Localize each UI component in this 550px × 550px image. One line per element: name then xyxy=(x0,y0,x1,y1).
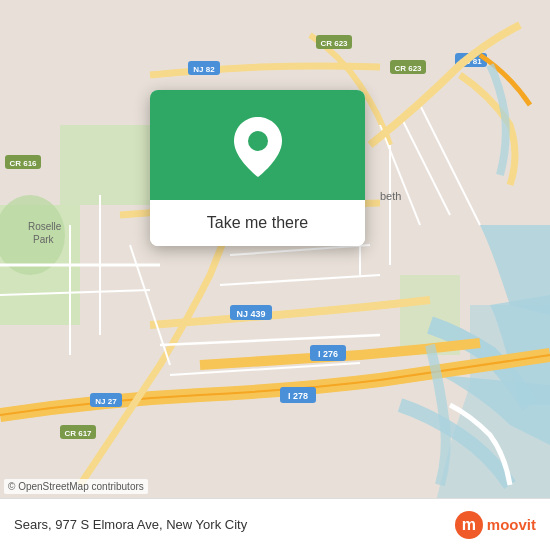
svg-text:I 276: I 276 xyxy=(318,349,338,359)
svg-text:CR 623: CR 623 xyxy=(394,64,422,73)
popup-button-section: Take me there xyxy=(150,200,365,246)
map-svg: I 278 I 276 NJ 439 NJ 27 NJ 82 NJ 2● xyxy=(0,0,550,550)
moovit-logo: m moovit xyxy=(455,511,536,539)
bottom-bar: Sears, 977 S Elmora Ave, New York City m… xyxy=(0,498,550,550)
svg-text:I 278: I 278 xyxy=(288,391,308,401)
moovit-logo-icon: m xyxy=(455,511,483,539)
map-container: I 278 I 276 NJ 439 NJ 27 NJ 82 NJ 2● xyxy=(0,0,550,550)
svg-text:Park: Park xyxy=(33,234,55,245)
svg-text:Roselle: Roselle xyxy=(28,221,62,232)
svg-text:CR 623: CR 623 xyxy=(320,39,348,48)
svg-text:NJ 27: NJ 27 xyxy=(95,397,117,406)
svg-text:CR 616: CR 616 xyxy=(9,159,37,168)
svg-rect-2 xyxy=(60,125,150,205)
svg-text:NJ 439: NJ 439 xyxy=(236,309,265,319)
address-text: Sears, 977 S Elmora Ave, New York City xyxy=(14,517,455,532)
svg-point-44 xyxy=(248,131,268,151)
map-background: I 278 I 276 NJ 439 NJ 27 NJ 82 NJ 2● xyxy=(0,0,550,550)
popup-card: Take me there xyxy=(150,90,365,246)
popup-header xyxy=(150,90,365,200)
svg-text:CR 617: CR 617 xyxy=(64,429,92,438)
location-pin-icon xyxy=(231,117,285,177)
take-me-there-button[interactable]: Take me there xyxy=(164,210,351,236)
svg-text:NJ 82: NJ 82 xyxy=(193,65,215,74)
svg-text:beth: beth xyxy=(380,190,401,202)
osm-attribution: © OpenStreetMap contributors xyxy=(4,479,148,494)
moovit-logo-text: moovit xyxy=(487,516,536,533)
